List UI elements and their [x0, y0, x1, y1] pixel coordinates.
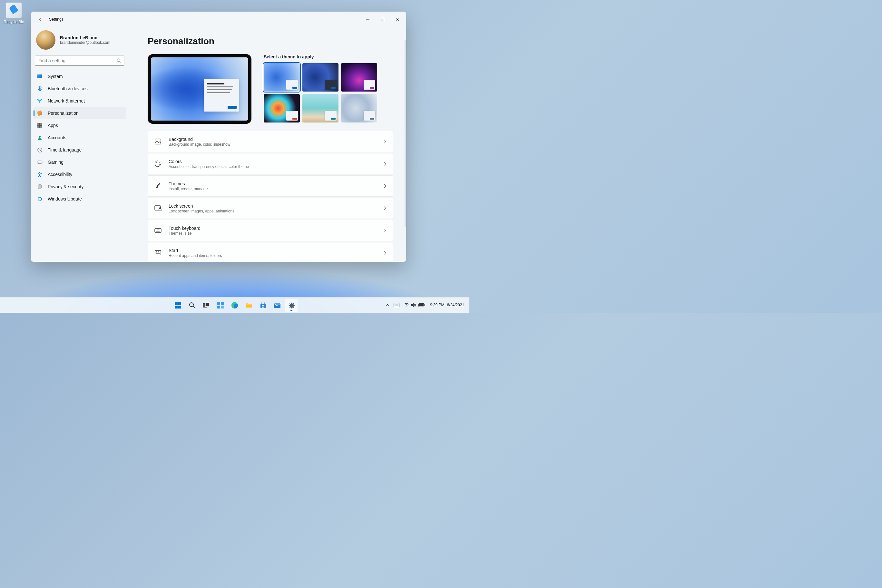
svg-rect-23	[156, 231, 160, 232]
tray-input-indicator[interactable]	[392, 302, 401, 309]
widgets-button[interactable]	[214, 299, 227, 312]
row-touchkeyboard[interactable]: Touch keyboardThemes, size	[148, 220, 393, 241]
chevron-right-icon	[384, 184, 387, 188]
theme-option-glow[interactable]	[341, 63, 377, 92]
battery-icon	[418, 303, 425, 307]
nav-label: Accounts	[48, 135, 66, 140]
minimize-button[interactable]	[360, 14, 375, 24]
chevron-right-icon	[384, 162, 387, 166]
recycle-bin[interactable]: Recycle Bin	[3, 3, 25, 24]
back-button[interactable]	[36, 15, 45, 24]
maximize-button[interactable]	[375, 14, 390, 24]
nav-apps[interactable]: Apps	[33, 119, 126, 132]
page-heading: Personalization	[148, 36, 393, 46]
task-view-button[interactable]	[200, 299, 213, 312]
svg-rect-48	[394, 303, 399, 307]
nav-privacy[interactable]: Privacy & security	[33, 180, 126, 193]
person-icon	[37, 135, 42, 141]
nav-personalization[interactable]: Personalization	[33, 107, 126, 119]
nav-list: System Bluetooth & devices Network & int…	[33, 70, 126, 205]
nav-label: Network & internet	[48, 98, 85, 104]
svg-rect-39	[221, 306, 224, 309]
tray-network-volume-battery[interactable]	[402, 302, 427, 309]
settings-list: BackgroundBackground image, color, slide…	[148, 131, 393, 262]
svg-rect-56	[424, 304, 425, 306]
mail-app[interactable]	[271, 299, 284, 312]
row-background[interactable]: BackgroundBackground image, color, slide…	[148, 131, 393, 152]
row-start[interactable]: StartRecent apps and items, folders	[148, 242, 393, 262]
taskbar: 9:39 PM 6/24/2021	[0, 297, 470, 313]
row-title: Lock screen	[169, 203, 377, 208]
recycle-bin-icon	[6, 3, 22, 18]
theme-section-label: Select a theme to apply	[264, 54, 393, 59]
svg-point-52	[398, 304, 398, 304]
theme-option-captured-motion[interactable]	[264, 94, 300, 123]
nav-bluetooth[interactable]: Bluetooth & devices	[33, 82, 126, 95]
picture-icon	[154, 138, 162, 145]
theme-option-flow[interactable]	[341, 94, 377, 123]
row-desc: Background image, color, slideshow	[169, 142, 377, 147]
gamepad-icon	[37, 159, 42, 165]
search-button[interactable]	[186, 299, 199, 312]
svg-rect-42	[261, 304, 266, 308]
svg-point-14	[158, 162, 158, 162]
row-lockscreen[interactable]: Lock screenLock screen images, apps, ani…	[148, 198, 393, 219]
nav-time[interactable]: Time & language	[33, 144, 126, 156]
store-app[interactable]	[256, 299, 270, 312]
settings-window: Settings Brandon LeBlanc brandoninsider@…	[31, 12, 406, 262]
svg-line-3	[120, 61, 121, 63]
nav-label: Apps	[48, 123, 58, 128]
start-button[interactable]	[171, 299, 184, 312]
svg-rect-46	[263, 307, 264, 308]
svg-point-22	[160, 230, 160, 230]
row-title: Themes	[169, 181, 377, 186]
svg-point-10	[39, 172, 40, 173]
row-desc: Themes, size	[169, 231, 377, 236]
row-desc: Install, create, manage	[169, 187, 377, 191]
settings-app[interactable]	[285, 299, 298, 312]
svg-rect-43	[262, 305, 263, 306]
nav-label: Windows Update	[48, 196, 82, 201]
clock[interactable]: 9:39 PM 6/24/2021	[428, 302, 467, 309]
scrollbar[interactable]	[405, 40, 405, 227]
nav-label: Gaming	[48, 160, 63, 165]
svg-rect-57	[419, 304, 424, 306]
svg-rect-38	[217, 306, 220, 309]
main-content: Personalization Select a theme to apply	[128, 27, 406, 262]
theme-option-sunrise[interactable]	[302, 94, 339, 123]
nav-update[interactable]: Windows Update	[33, 193, 126, 205]
theme-option-windows-dark[interactable]	[302, 63, 339, 92]
svg-point-13	[156, 162, 157, 163]
svg-rect-24	[155, 250, 161, 255]
svg-point-5	[39, 136, 40, 138]
nav-accounts[interactable]: Accounts	[33, 132, 126, 144]
svg-rect-28	[175, 302, 178, 305]
nav-label: Time & language	[48, 147, 81, 153]
svg-rect-17	[159, 208, 161, 211]
svg-point-54	[406, 307, 406, 307]
keyboard-icon	[154, 227, 162, 234]
svg-rect-44	[263, 305, 264, 306]
row-colors[interactable]: ColorsAccent color, transparency effects…	[148, 153, 393, 174]
nav-gaming[interactable]: Gaming	[33, 156, 126, 168]
svg-rect-29	[178, 302, 181, 305]
svg-rect-26	[158, 252, 159, 252]
close-button[interactable]	[390, 14, 405, 24]
edge-app[interactable]	[228, 299, 241, 312]
theme-option-windows-light[interactable]	[264, 63, 300, 92]
nav-network[interactable]: Network & internet	[33, 95, 126, 107]
row-title: Background	[169, 136, 377, 142]
shield-icon	[37, 184, 42, 189]
svg-rect-7	[37, 161, 42, 164]
row-themes[interactable]: ThemesInstall, create, manage	[148, 176, 393, 196]
nav-accessibility[interactable]: Accessibility	[33, 168, 126, 180]
row-desc: Recent apps and items, folders	[169, 254, 377, 258]
row-title: Touch keyboard	[169, 226, 377, 231]
search-input[interactable]	[35, 56, 124, 66]
tray-overflow-button[interactable]	[384, 303, 391, 308]
user-profile[interactable]: Brandon LeBlanc brandoninsider@outlook.c…	[33, 27, 126, 56]
svg-rect-36	[217, 302, 220, 305]
file-explorer-app[interactable]	[242, 299, 255, 312]
svg-point-20	[157, 230, 158, 230]
nav-system[interactable]: System	[33, 70, 126, 82]
